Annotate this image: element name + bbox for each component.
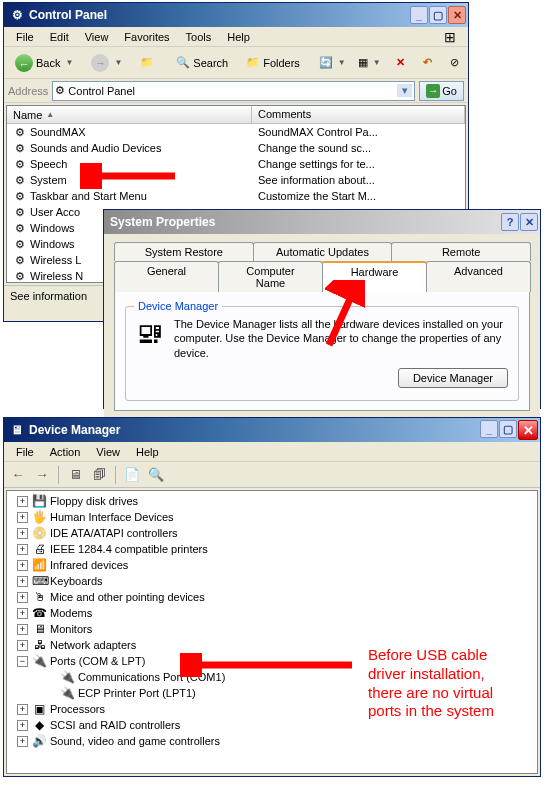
nav-back-icon[interactable]: ← bbox=[8, 465, 28, 485]
item-name: Wireless N bbox=[30, 270, 83, 282]
cp-addressbar: Address ⚙ Control Panel ▾ → Go bbox=[4, 79, 468, 103]
tree-node[interactable]: +🖐Human Interface Devices bbox=[7, 509, 537, 525]
tab-general[interactable]: General bbox=[114, 261, 219, 292]
expand-icon[interactable]: + bbox=[17, 736, 28, 747]
status-text: See information bbox=[10, 290, 87, 302]
dm-titlebar[interactable]: 🖥 Device Manager _ ▢ ✕ bbox=[4, 418, 540, 442]
tree-node[interactable]: +💾Floppy disk drives bbox=[7, 493, 537, 509]
sp-close-button[interactable]: ✕ bbox=[520, 213, 538, 231]
node-label: IEEE 1284.4 compatible printers bbox=[50, 543, 208, 555]
dm-menu-action[interactable]: Action bbox=[42, 444, 89, 460]
up-button[interactable]: 📁 bbox=[133, 51, 161, 75]
node-icon: 🔌 bbox=[60, 686, 75, 700]
col-name-header[interactable]: Name ▲ bbox=[7, 106, 252, 123]
device-manager-button[interactable]: Device Manager bbox=[398, 368, 508, 388]
item-name: Taskbar and Start Menu bbox=[30, 190, 147, 202]
item-name: Sounds and Audio Devices bbox=[30, 142, 161, 154]
sync-dd-icon: ▼ bbox=[338, 58, 346, 67]
expand-icon[interactable]: + bbox=[17, 496, 28, 507]
sp-titlebar[interactable]: System Properties ? ✕ bbox=[104, 210, 540, 234]
tree-node[interactable]: +📀IDE ATA/ATAPI controllers bbox=[7, 525, 537, 541]
tb-computer-icon[interactable]: 🖥 bbox=[65, 465, 85, 485]
minimize-button[interactable]: _ bbox=[410, 6, 428, 24]
sync-button[interactable]: 🔄 ▼ bbox=[315, 51, 350, 75]
dm-minimize-button[interactable]: _ bbox=[480, 420, 498, 438]
menu-tools[interactable]: Tools bbox=[178, 29, 220, 45]
node-label: IDE ATA/ATAPI controllers bbox=[50, 527, 178, 539]
tb-scan-icon[interactable]: 🔍 bbox=[146, 465, 166, 485]
menu-edit[interactable]: Edit bbox=[42, 29, 77, 45]
item-icon: ⚙ bbox=[13, 269, 27, 283]
tree-node[interactable]: +🖨IEEE 1284.4 compatible printers bbox=[7, 541, 537, 557]
tree-node[interactable]: +🖱Mice and other pointing devices bbox=[7, 589, 537, 605]
dm-maximize-button[interactable]: ▢ bbox=[499, 420, 517, 438]
expand-icon[interactable]: + bbox=[17, 720, 28, 731]
forward-button[interactable]: → ▼ bbox=[84, 51, 129, 75]
list-item[interactable]: ⚙SpeechChange settings for te... bbox=[7, 156, 465, 172]
tab-computer-name[interactable]: Computer Name bbox=[218, 261, 323, 292]
close-button[interactable]: ✕ bbox=[448, 6, 466, 24]
undo-button[interactable]: ↶ bbox=[416, 51, 439, 75]
tab-system-restore[interactable]: System Restore bbox=[114, 242, 254, 261]
list-item[interactable]: ⚙SystemSee information about... bbox=[7, 172, 465, 188]
tree-node[interactable]: +📶Infrared devices bbox=[7, 557, 537, 573]
list-item[interactable]: ⚙Sounds and Audio DevicesChange the soun… bbox=[7, 140, 465, 156]
dm-menu-file[interactable]: File bbox=[8, 444, 42, 460]
tab-advanced[interactable]: Advanced bbox=[426, 261, 531, 292]
node-icon: 📶 bbox=[32, 558, 47, 572]
nav-fwd-icon[interactable]: → bbox=[32, 465, 52, 485]
cp-titlebar[interactable]: ⚙ Control Panel _ ▢ ✕ bbox=[4, 3, 468, 27]
expand-icon[interactable]: + bbox=[17, 608, 28, 619]
expand-icon[interactable]: + bbox=[17, 544, 28, 555]
dm-toolbar: ← → 🖥 🗐 📄 🔍 bbox=[4, 462, 540, 488]
tree-node[interactable]: +🖥Monitors bbox=[7, 621, 537, 637]
node-label: Infrared devices bbox=[50, 559, 128, 571]
list-item[interactable]: ⚙SoundMAXSoundMAX Control Pa... bbox=[7, 124, 465, 140]
expand-icon[interactable]: + bbox=[17, 592, 28, 603]
dm-menu-view[interactable]: View bbox=[88, 444, 128, 460]
dm-menu-help[interactable]: Help bbox=[128, 444, 167, 460]
dm-close-button[interactable]: ✕ bbox=[518, 420, 538, 440]
expand-icon[interactable]: + bbox=[17, 560, 28, 571]
tb-properties-icon[interactable]: 📄 bbox=[122, 465, 142, 485]
item-icon: ⚙ bbox=[13, 189, 27, 203]
item-icon: ⚙ bbox=[13, 221, 27, 235]
node-icon: 🖨 bbox=[32, 542, 47, 556]
expand-icon[interactable]: − bbox=[17, 656, 28, 667]
go-button[interactable]: → Go bbox=[419, 81, 464, 101]
back-button[interactable]: ← Back ▼ bbox=[8, 51, 80, 75]
expand-icon[interactable]: + bbox=[17, 528, 28, 539]
device-tree[interactable]: +💾Floppy disk drives+🖐Human Interface De… bbox=[6, 490, 538, 774]
delete-button[interactable]: ✕ bbox=[389, 51, 412, 75]
expand-icon[interactable]: + bbox=[17, 576, 28, 587]
list-item[interactable]: ⚙Taskbar and Start MenuCustomize the Sta… bbox=[7, 188, 465, 204]
address-field[interactable]: ⚙ Control Panel ▾ bbox=[52, 81, 415, 101]
address-dropdown-icon[interactable]: ▾ bbox=[397, 84, 412, 97]
menu-file[interactable]: File bbox=[8, 29, 42, 45]
col-comments-header[interactable]: Comments bbox=[252, 106, 465, 123]
expand-icon[interactable]: + bbox=[17, 640, 28, 651]
expand-icon[interactable]: + bbox=[17, 704, 28, 715]
menu-help[interactable]: Help bbox=[219, 29, 258, 45]
menu-view[interactable]: View bbox=[77, 29, 117, 45]
tree-node[interactable]: +☎Modems bbox=[7, 605, 537, 621]
tab-hardware[interactable]: Hardware bbox=[322, 261, 427, 292]
tab-remote[interactable]: Remote bbox=[391, 242, 531, 261]
tree-node[interactable]: +🔊Sound, video and game controllers bbox=[7, 733, 537, 749]
search-button[interactable]: 🔍 Search bbox=[169, 51, 235, 75]
tab-automatic-updates[interactable]: Automatic Updates bbox=[253, 242, 393, 261]
folders-button[interactable]: 📁 Folders bbox=[239, 51, 307, 75]
item-name: Windows bbox=[30, 222, 75, 234]
expand-icon[interactable]: + bbox=[17, 512, 28, 523]
maximize-button[interactable]: ▢ bbox=[429, 6, 447, 24]
expand-icon[interactable]: + bbox=[17, 624, 28, 635]
tb-print-icon[interactable]: 🗐 bbox=[89, 465, 109, 485]
menu-favorites[interactable]: Favorites bbox=[116, 29, 177, 45]
stop-button[interactable]: ⊘ bbox=[443, 51, 466, 75]
cp-title: Control Panel bbox=[29, 8, 410, 22]
item-icon: ⚙ bbox=[13, 237, 27, 251]
tree-node[interactable]: +⌨Keyboards bbox=[7, 573, 537, 589]
help-button[interactable]: ? bbox=[501, 213, 519, 231]
views-button[interactable]: ▦ ▼ bbox=[354, 51, 385, 75]
item-comment: See information about... bbox=[258, 174, 375, 186]
